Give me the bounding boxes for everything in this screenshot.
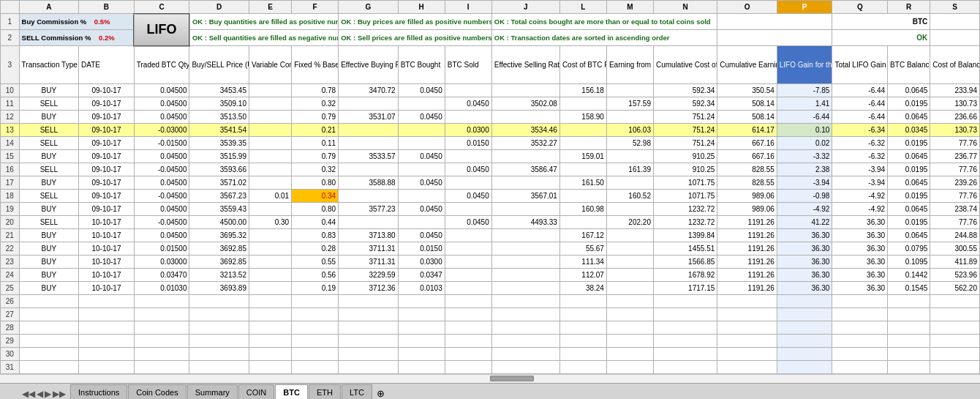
tab-coin[interactable]: COIN [238,384,275,399]
empty-row-number: 31 [1,361,20,374]
table-cell: -6.44 [832,97,888,111]
col-o-header: O [717,1,777,14]
tab-nav-first[interactable]: ◀◀ [22,389,35,399]
table-cell: 3586.47 [491,163,559,176]
empty-cell [189,321,249,335]
empty-cell [292,335,339,348]
table-cell [491,84,559,97]
empty-cell [888,361,930,374]
table-cell: 3502.08 [491,97,559,111]
empty-cell [832,348,888,361]
table-cell: 0.0795 [888,242,930,256]
table-cell [339,190,399,203]
table-cell: 0.56 [292,269,339,282]
th-eff-buying: Effective Buying Rate After Commission [339,46,399,84]
table-cell: -3.94 [777,176,832,190]
empty-row: 26 [1,295,980,308]
row-number: 13 [1,124,20,137]
table-cell: 0.0450 [445,163,491,176]
table-cell: 36.30 [777,282,832,295]
table-cell [339,124,399,137]
empty-cell [777,348,832,361]
table-cell: 828.55 [717,163,777,176]
horizontal-scrollbar[interactable] [0,374,980,383]
table-cell: 157.59 [606,97,653,111]
table-cell: 3571.02 [189,176,249,190]
table-cell [445,203,491,216]
table-cell: 1455.51 [653,242,717,256]
table-cell: 0.0645 [888,176,930,190]
table-cell: 111.34 [559,256,606,269]
th-earning: Earning from SELL of BTC [606,46,653,84]
tab-instructions[interactable]: Instructions [70,384,127,399]
empty-cell [832,335,888,348]
table-cell: 158.90 [559,111,606,124]
tab-coin codes[interactable]: Coin Codes [128,384,186,399]
empty-cell [491,335,559,348]
tab-nav-prev[interactable]: ◀ [37,389,43,399]
tab-eth[interactable]: ETH [309,384,341,399]
table-cell: 77.76 [930,216,980,229]
table-cell: 0.04500 [134,84,189,97]
th-btc-bought: BTC Bought [398,46,445,84]
table-cell: 3213.52 [189,269,249,282]
tab-summary[interactable]: Summary [187,384,238,399]
table-cell: 3693.89 [189,282,249,295]
empty-cell [249,348,291,361]
table-cell: 09-10-17 [79,84,135,97]
empty-cell [134,335,189,348]
tab-nav-last[interactable]: ▶▶ [53,389,66,399]
empty-cell [339,295,399,308]
table-cell: 36.30 [832,242,888,256]
empty-cell [832,308,888,321]
table-cell: 3453.45 [189,84,249,97]
table-cell: 0.11 [292,137,339,150]
table-cell [398,97,445,111]
table-cell: 0.0347 [398,269,445,282]
table-cell: 10-10-17 [79,242,135,256]
empty-cell [292,295,339,308]
tab-btc[interactable]: BTC [275,384,308,399]
col-j-header: J [491,1,559,14]
empty-cell [491,348,559,361]
scrollbar-thumb[interactable] [490,376,534,381]
empty-cell [134,361,189,374]
table-cell: 3593.66 [189,163,249,176]
col-f-header: F [292,1,339,14]
table-cell [606,176,653,190]
tab-ltc[interactable]: LTC [342,384,372,399]
table-cell: 36.30 [832,256,888,269]
table-cell: 3470.72 [339,84,399,97]
empty-cell [717,335,777,348]
lifo-button[interactable]: LIFO [134,14,189,46]
table-cell: 160.52 [606,190,653,203]
empty-cell [717,308,777,321]
empty-cell [79,335,135,348]
table-cell [491,176,559,190]
table-cell: 3532.27 [491,137,559,150]
table-cell: BUY [19,84,79,97]
table-cell: 0.0195 [888,163,930,176]
table-cell: 0.1095 [888,256,930,269]
table-cell: 0.55 [292,256,339,269]
table-row: 17BUY09-10-170.045003571.020.803588.880.… [1,176,980,190]
empty-cell [777,295,832,308]
table-cell: 0.0450 [398,150,445,163]
table-row: 25BUY10-10-170.010303693.890.193712.360.… [1,282,980,295]
table-row: 14SELL09-10-17-0.015003539.350.110.01503… [1,137,980,150]
table-cell [398,124,445,137]
table-cell: 0.0195 [888,216,930,229]
table-cell: -6.32 [832,150,888,163]
table-cell: 0.0195 [888,97,930,111]
table-cell [606,150,653,163]
add-sheet-icon[interactable]: ⊕ [377,388,385,399]
table-cell: 0.21 [292,124,339,137]
table-cell: 0.04500 [134,150,189,163]
row-number: 22 [1,242,20,256]
table-row: 21BUY10-10-170.045003695.320.833713.800.… [1,229,980,242]
tab-nav-next[interactable]: ▶ [45,389,51,399]
col-header-row: A B C D E F G H I J L M N O P Q R S [1,1,980,14]
table-cell [398,163,445,176]
empty-cell [777,321,832,335]
table-cell [249,111,291,124]
